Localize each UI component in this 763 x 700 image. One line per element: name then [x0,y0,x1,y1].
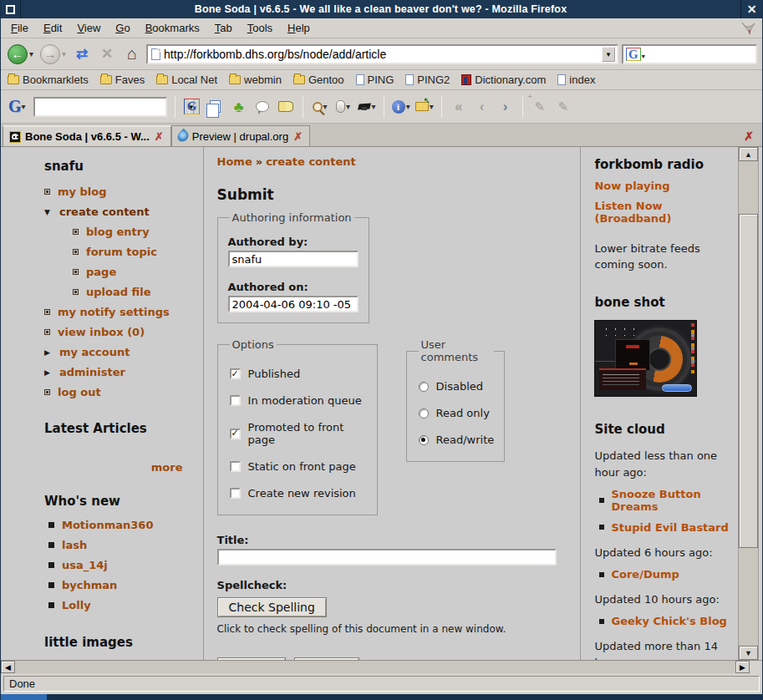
checkbox-icon[interactable]: ✓ [230,429,241,439]
mouse-options-button[interactable]: ▾ [334,96,353,118]
vertical-scrollbar[interactable]: ▲ ▼ [738,147,758,660]
checkbox-create-new-revision[interactable]: ✓ Create new revision [230,487,367,500]
url-input[interactable] [160,48,602,61]
menu-view[interactable]: View [70,20,107,36]
cloud-link-item[interactable]: Snooze Button Dreams [599,488,731,513]
menu-bookmarks[interactable]: Bookmarks [139,20,206,36]
tab-close-icon[interactable]: ✗ [154,130,165,143]
dictionary-button[interactable] [277,96,295,118]
highlight-add-button[interactable]: +✎ [531,96,549,118]
nav-prev-button[interactable]: ‹ [473,96,491,118]
back-dropdown-icon[interactable]: ▾ [29,49,33,58]
radio-read-only[interactable]: Read only [419,407,495,419]
checkbox-in-moderation-queue[interactable]: ✓ In moderation queue [230,394,367,407]
menu-file[interactable]: File [4,20,35,36]
radio-icon[interactable] [419,435,429,445]
sidebar-item-view-inbox[interactable]: view inbox (0) [44,326,195,338]
check-spelling-button[interactable]: Check Spelling [217,597,327,617]
forward-dropdown-icon[interactable]: ▾ [62,49,66,58]
more-link[interactable]: more [44,461,183,474]
sidebar-item-administer[interactable]: ▶administer [44,366,195,378]
now-playing-link[interactable]: Now playing [594,180,731,192]
whos-new-item[interactable]: bychman [48,579,195,591]
horizontal-scrollbar[interactable]: ◀ ▶ [1,660,762,673]
lucky-button[interactable]: ♣ [230,96,248,118]
cloud-link-item[interactable]: Geeky Chick's Blog [599,615,731,627]
google-search-icon[interactable]: G [626,48,641,61]
bookmark-folder-faves[interactable]: Faves [100,74,145,86]
scroll-right-button[interactable]: ▶ [735,661,750,673]
page-info-button[interactable]: i▾ [392,96,410,118]
menu-help[interactable]: Help [281,20,317,36]
bookmark-folder-bookmarklets[interactable]: Bookmarklets [8,74,89,86]
zoom-button[interactable]: ▾ [311,96,329,118]
whos-new-item[interactable]: Lolly [48,599,195,611]
bookmark-ping2[interactable]: PING2 [405,74,450,86]
sidebar-item-forum-topic[interactable]: forum topic [73,246,195,258]
google-search-button[interactable]: G [183,96,201,118]
sidebar-item-my-notify-settings[interactable]: my notify settings [44,306,195,318]
authored-by-input[interactable] [228,251,359,267]
checkbox-published[interactable]: ✓ Published [230,368,367,380]
open-folder-button[interactable]: ▾ [415,96,434,118]
checkbox-icon[interactable]: ✓ [230,368,241,379]
cloud-link-item[interactable]: Stupid Evil Bastard [599,521,731,534]
menu-edit[interactable]: Edit [37,20,69,36]
checkbox-icon[interactable]: ✓ [230,488,241,499]
bone-shot-image[interactable] [594,320,697,397]
menu-tab[interactable]: Tab [208,20,239,36]
tab-close-icon[interactable]: ✗ [292,130,303,143]
breadcrumb-create-content-link[interactable]: create content [266,155,356,168]
googlebar-menu-button[interactable]: G ▾ [6,95,28,118]
tab-bone-soda[interactable]: Bone Soda | v6.6.5 - W... ✗ [3,125,171,146]
bookmark-index[interactable]: index [557,74,595,86]
listen-now-link[interactable]: Listen Now (Broadband) [594,200,731,225]
stop-button[interactable]: ✕ [96,43,118,65]
whos-new-item[interactable]: Motionman360 [48,519,195,531]
sidebar-item-create-content[interactable]: ▼create content [44,205,195,218]
nav-first-button[interactable]: « [450,96,468,118]
whos-new-item[interactable]: lash [48,539,195,551]
groups-button[interactable] [253,96,272,118]
bookmark-dictionary[interactable]: Dictionary.com [461,74,546,86]
bookmark-folder-gentoo[interactable]: Gentoo [293,74,344,86]
preview-button[interactable]: Preview [217,657,287,660]
menu-go[interactable]: Go [109,20,136,36]
whos-new-item[interactable]: usa_14j [48,559,195,571]
radio-icon[interactable] [419,382,429,392]
window-close-button[interactable]: ✕ [740,0,762,18]
sidebar-item-page[interactable]: page [73,266,195,278]
vertical-scroll-thumb[interactable] [739,214,758,548]
search-input[interactable] [645,48,763,60]
checkbox-icon[interactable]: ✓ [230,461,241,472]
checkbox-static-on-front-page[interactable]: ✓ Static on front page [230,460,367,473]
forward-button[interactable]: → ▾ [38,43,68,66]
breadcrumb-home-link[interactable]: Home [217,155,252,168]
radio-icon[interactable] [419,408,429,418]
bookmark-folder-local-net[interactable]: Local Net [156,74,217,86]
submit-button[interactable]: Submit [294,657,359,660]
tab-drupal-preview[interactable]: Preview | drupal.org ✗ [171,125,310,146]
googlebar-search-input[interactable] [35,100,189,113]
bookmark-ping[interactable]: PING [356,74,394,86]
sidebar-item-blog-entry[interactable]: blog entry [73,226,195,238]
sidebar-item-upload-file[interactable]: upload file [73,286,195,298]
scroll-down-button[interactable]: ▼ [739,646,758,660]
bookmark-folder-webmin[interactable]: webmin [229,74,282,86]
nav-next-button[interactable]: › [496,96,515,118]
back-button[interactable]: ← ▾ [6,43,35,66]
search-site-button[interactable] [206,96,225,118]
cloud-link-item[interactable]: Core/Dump [599,568,731,581]
scroll-up-button[interactable]: ▲ [739,147,758,161]
title-input[interactable] [217,549,557,566]
authored-on-input[interactable] [228,296,359,312]
radio-read-write[interactable]: Read/write [419,434,495,446]
url-dropdown-button[interactable]: ▾ [602,47,615,62]
checkbox-icon[interactable]: ✓ [230,395,241,406]
highlight-button[interactable]: ✎ [554,96,572,118]
menu-tools[interactable]: Tools [241,20,279,36]
radio-disabled[interactable]: Disabled [419,380,495,393]
reload-button[interactable]: ⇄ [71,43,93,65]
close-tab-button[interactable]: ✗ [744,129,759,146]
sidebar-item-my-account[interactable]: ▶my account [44,346,195,358]
